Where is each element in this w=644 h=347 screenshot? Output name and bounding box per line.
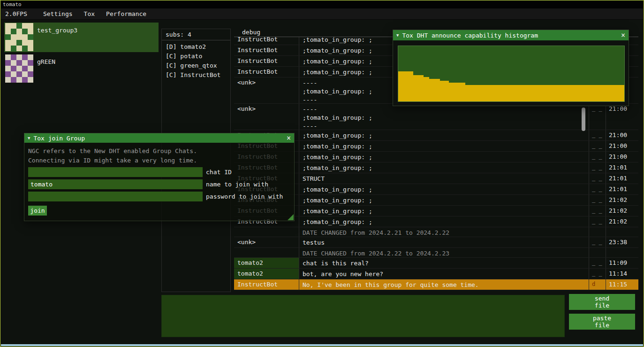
- dht-histogram-window: ▼ Tox DHT announce capability histogram …: [393, 30, 629, 106]
- message-row[interactable]: InstructBot;tomato_in_group: ;_ _21:02: [234, 206, 638, 216]
- message-row[interactable]: InstructBot;tomato_in_group: ;_ _21:02: [234, 216, 638, 227]
- message-status: _ _: [589, 162, 606, 173]
- avatar-pixel: [22, 40, 28, 46]
- avatar-pixel: [22, 34, 28, 40]
- chat-id-row: chat ID: [28, 167, 290, 177]
- avatar-pixel: [22, 77, 28, 83]
- collapse-arrow-icon[interactable]: ▼: [396, 33, 399, 38]
- avatar-pixel: [16, 40, 22, 46]
- histogram-plot: [398, 46, 625, 102]
- menu-item-settings[interactable]: Settings: [38, 10, 78, 17]
- histogram-window-title: Tox DHT announce capability histogram: [402, 32, 538, 39]
- message-status: _ _: [589, 141, 606, 151]
- subs-list-item[interactable]: [C] potato: [162, 52, 230, 61]
- message-time: [606, 248, 638, 257]
- avatar-pixel: [5, 34, 11, 40]
- avatar-pixel: [28, 40, 33, 46]
- avatar-pixel: [16, 60, 22, 66]
- avatar-pixel: [11, 34, 16, 40]
- message-status: [589, 248, 606, 257]
- message-time: 21:00: [606, 130, 638, 140]
- fps-menu-item[interactable]: 2.0FPS: [5, 10, 27, 17]
- avatar-pixel: [22, 54, 28, 60]
- paste-file-button[interactable]: paste file: [569, 314, 635, 330]
- message-author: [234, 248, 299, 257]
- avatar-pixel: [16, 66, 22, 71]
- date-separator-row[interactable]: DATE CHANGED from 2024.2.21 to 2024.2.22: [234, 227, 638, 237]
- message-status: _ _: [589, 130, 606, 140]
- message-time: 11:15: [606, 279, 638, 290]
- close-icon[interactable]: ×: [621, 32, 625, 39]
- message-row[interactable]: <unk>---- ;tomato_in_group: ; ----_ _21:…: [234, 104, 638, 130]
- tab-debug[interactable]: debug: [242, 29, 260, 36]
- menu-item-performance[interactable]: Performance: [100, 10, 152, 17]
- menu-bar: 2.0FPS SettingsToxPerformance: [1, 8, 643, 20]
- histogram-window-titlebar[interactable]: ▼ Tox DHT announce capability histogram …: [393, 30, 629, 40]
- message-row[interactable]: tomato2bot, are you new here?_ _11:14: [234, 269, 638, 279]
- menu-item-tox[interactable]: Tox: [78, 10, 100, 17]
- join-window-titlebar[interactable]: ▼ Tox join Group ×: [24, 133, 294, 143]
- message-time: 21:00: [606, 152, 638, 162]
- avatar-pixel: [11, 54, 16, 60]
- message-time: [606, 227, 638, 237]
- avatar-pixel: [11, 29, 16, 34]
- message-row[interactable]: InstructBotSTRUCT_ _21:01: [234, 173, 638, 184]
- avatar-pixel: [5, 40, 11, 46]
- join-button[interactable]: join: [28, 206, 47, 216]
- message-status: _ _: [589, 104, 606, 130]
- join-name-input[interactable]: [28, 179, 203, 189]
- avatar-pixel: [16, 34, 22, 40]
- join-window-body: NGC refers to the New DHT enabled Group …: [24, 143, 294, 219]
- join-name-label: name to join with: [206, 179, 268, 189]
- subs-list-item[interactable]: [D] tomato2: [162, 42, 230, 52]
- subs-list-item[interactable]: [C] InstructBot: [162, 70, 230, 80]
- message-text: ---- ;tomato_in_group: ; ----: [299, 104, 589, 130]
- join-password-input[interactable]: [28, 192, 203, 201]
- message-time: 11:14: [606, 269, 638, 279]
- collapse-arrow-icon[interactable]: ▼: [28, 136, 30, 140]
- message-status: _ _: [589, 152, 606, 162]
- histogram-bar: [449, 83, 465, 101]
- message-author: <unk>: [234, 77, 299, 103]
- message-input[interactable]: [161, 295, 565, 337]
- message-row[interactable]: InstructBot;tomato_in_group: ;_ _21:01: [234, 184, 638, 195]
- join-description: NGC refers to the New DHT enabled Group …: [28, 147, 290, 165]
- chat-id-input[interactable]: [28, 167, 203, 177]
- avatar-pixel: [5, 23, 11, 29]
- close-icon[interactable]: ×: [287, 135, 291, 142]
- avatar-pixel: [11, 66, 16, 71]
- avatar-pixel: [22, 66, 28, 71]
- subs-list-item[interactable]: [C] green_qtox: [162, 61, 230, 70]
- message-status: _ _: [589, 269, 606, 279]
- histogram-bar: [398, 71, 413, 101]
- avatar-pixel: [28, 34, 33, 40]
- chat-scrollbar[interactable]: [582, 108, 585, 131]
- date-separator-row[interactable]: DATE CHANGED from 2024.2.22 to 2024.2.23: [234, 248, 638, 258]
- message-row[interactable]: InstructBot;tomato_in_group: ;_ _21:02: [234, 195, 638, 206]
- message-text: ;tomato_in_group: ;: [299, 184, 589, 194]
- group-item-green[interactable]: gREEN: [4, 54, 159, 81]
- window-bottom-edge: [1, 344, 643, 346]
- histogram-bar: [439, 81, 449, 101]
- message-row[interactable]: InstructBot;tomato_in_group: ;_ _21:00: [234, 141, 638, 152]
- avatar-pixel: [22, 46, 28, 51]
- message-row[interactable]: InstructBot;tomato_in_group: ;_ _21:00: [234, 130, 638, 141]
- avatar-pixel: [28, 71, 33, 77]
- avatar-pixel: [28, 77, 33, 83]
- message-row[interactable]: InstructBotNo, I've been in this group f…: [234, 279, 638, 290]
- message-row[interactable]: InstructBot;tomato_in_group: ;_ _21:00: [234, 152, 638, 162]
- avatar-pixel: [5, 66, 11, 71]
- message-row[interactable]: tomato2chat is this real?_ _11:09: [234, 258, 638, 269]
- avatar-pixel: [28, 46, 33, 51]
- message-author: InstructBot: [234, 45, 299, 55]
- group-item-test_group3[interactable]: test_group3: [4, 23, 159, 52]
- message-status: _ _: [589, 173, 606, 184]
- avatar-pixel: [28, 29, 33, 34]
- message-row[interactable]: <unk>testus_ _23:38: [234, 237, 638, 248]
- send-file-button[interactable]: send file: [569, 294, 635, 310]
- message-author: InstructBot: [234, 67, 299, 77]
- avatar-pixel: [16, 29, 22, 34]
- message-author: tomato2: [234, 258, 299, 268]
- message-row[interactable]: InstructBot;tomato_in_group: ;_ _21:01: [234, 162, 638, 173]
- resize-grip-icon[interactable]: [288, 214, 294, 220]
